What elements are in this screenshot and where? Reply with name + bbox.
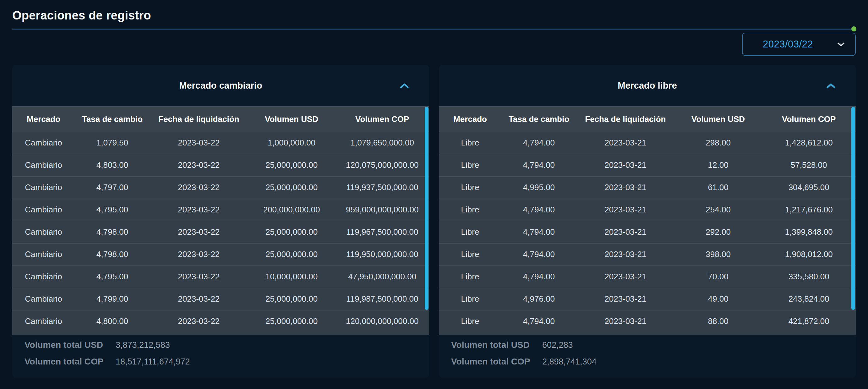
total-usd-label: Volumen total USD bbox=[451, 340, 542, 350]
table-cell: 70.00 bbox=[675, 266, 762, 288]
market-table: Mercado Tasa de cambio Fecha de liquidac… bbox=[439, 106, 856, 332]
table-cell: 200,000,000.00 bbox=[248, 199, 336, 221]
table-cell: 4,794.00 bbox=[501, 221, 577, 243]
table-cell: 120,000,000,000.00 bbox=[335, 310, 429, 332]
table-cell: 2023-03-21 bbox=[577, 310, 675, 332]
table-cell: Cambiario bbox=[12, 154, 75, 176]
table-cell: 2023-03-22 bbox=[150, 132, 248, 154]
table-cell: 254.00 bbox=[675, 199, 762, 221]
card-footer: Volumen total USD 602,283 Volumen total … bbox=[439, 335, 856, 378]
table-cell: 2023-03-21 bbox=[577, 199, 675, 221]
table-header-row: Mercado Tasa de cambio Fecha de liquidac… bbox=[439, 107, 856, 132]
table-cell: 2023-03-22 bbox=[150, 199, 248, 221]
table-row: Cambiario4,799.002023-03-2225,000,000.00… bbox=[12, 288, 429, 310]
col-vol-usd: Volumen USD bbox=[675, 107, 762, 132]
table-row: Libre4,995.002023-03-2161.00304,695.00 bbox=[439, 176, 856, 199]
total-usd-label: Volumen total USD bbox=[25, 340, 116, 350]
table-cell: 10,000,000.00 bbox=[248, 266, 336, 288]
table-cell: 4,799.00 bbox=[75, 288, 150, 310]
table-cell: 2023-03-22 bbox=[150, 310, 248, 332]
table-wrap: Mercado Tasa de cambio Fecha de liquidac… bbox=[439, 106, 856, 335]
table-cell: 2023-03-22 bbox=[150, 176, 248, 199]
page-header: Operaciones de registro bbox=[0, 0, 868, 30]
total-cop-label: Volumen total COP bbox=[451, 357, 542, 367]
table-row: Cambiario4,798.002023-03-2225,000,000.00… bbox=[12, 221, 429, 243]
col-tasa: Tasa de cambio bbox=[75, 107, 150, 132]
table-cell: 119,950,000,000.00 bbox=[335, 243, 429, 266]
table-cell: Libre bbox=[439, 199, 501, 221]
total-usd-value: 602,283 bbox=[542, 340, 573, 350]
col-fecha: Fecha de liquidación bbox=[577, 107, 675, 132]
table-cell: Libre bbox=[439, 243, 501, 266]
table-row: Cambiario4,795.002023-03-2210,000,000.00… bbox=[12, 266, 429, 288]
table-cell: 25,000,000.00 bbox=[248, 310, 336, 332]
table-cell: 4,995.00 bbox=[501, 176, 577, 199]
table-row: Libre4,976.002023-03-2149.00243,824.00 bbox=[439, 288, 856, 310]
table-cell: 1,908,012.00 bbox=[762, 243, 856, 266]
table-cell: Cambiario bbox=[12, 176, 75, 199]
table-cell: Cambiario bbox=[12, 132, 75, 154]
table-cell: 1,079.50 bbox=[75, 132, 150, 154]
table-cell: 1,217,676.00 bbox=[762, 199, 856, 221]
table-row: Cambiario4,800.002023-03-2225,000,000.00… bbox=[12, 310, 429, 332]
table-scrollbar[interactable] bbox=[851, 107, 855, 310]
table-row: Libre4,794.002023-03-21298.001,428,612.0… bbox=[439, 132, 856, 154]
card-title: Mercado libre bbox=[618, 81, 677, 91]
card-header: Mercado libre bbox=[439, 65, 856, 106]
table-cell: 1,399,848.00 bbox=[762, 221, 856, 243]
table-cell: 4,794.00 bbox=[501, 310, 577, 332]
total-cop-value: 18,517,111,674,972 bbox=[116, 357, 190, 367]
table-cell: 119,967,500,000.00 bbox=[335, 221, 429, 243]
col-vol-usd: Volumen USD bbox=[248, 107, 336, 132]
table-cell: 4,794.00 bbox=[501, 199, 577, 221]
table-cell: Cambiario bbox=[12, 310, 75, 332]
total-cop-value: 2,898,741,304 bbox=[542, 357, 596, 367]
table-row: Cambiario4,803.002023-03-2225,000,000.00… bbox=[12, 154, 429, 176]
table-cell: 1,079,650,000.00 bbox=[335, 132, 429, 154]
table-cell: 2023-03-21 bbox=[577, 221, 675, 243]
page-title: Operaciones de registro bbox=[12, 9, 856, 22]
table-cell: 243,824.00 bbox=[762, 288, 856, 310]
header-divider bbox=[12, 29, 856, 30]
table-cell: Cambiario bbox=[12, 221, 75, 243]
table-scrollbar[interactable] bbox=[425, 107, 429, 310]
table-cell: 4,798.00 bbox=[75, 221, 150, 243]
table-cell: 25,000,000.00 bbox=[248, 243, 336, 266]
date-select-value: 2023/03/22 bbox=[763, 39, 813, 50]
table-cell: 2023-03-22 bbox=[150, 266, 248, 288]
table-cell: Libre bbox=[439, 266, 501, 288]
date-select[interactable]: 2023/03/22 bbox=[742, 33, 856, 56]
table-row: Libre4,794.002023-03-21254.001,217,676.0… bbox=[439, 199, 856, 221]
card-footer: Volumen total USD 3,873,212,583 Volumen … bbox=[12, 335, 429, 378]
table-cell: Libre bbox=[439, 132, 501, 154]
table-cell: 4,800.00 bbox=[75, 310, 150, 332]
chevron-up-icon bbox=[826, 85, 836, 90]
collapse-button[interactable] bbox=[824, 81, 838, 90]
total-usd-line: Volumen total USD 602,283 bbox=[451, 340, 843, 357]
table-cell: Cambiario bbox=[12, 243, 75, 266]
table-row: Cambiario4,797.002023-03-2225,000,000.00… bbox=[12, 176, 429, 199]
total-usd-line: Volumen total USD 3,873,212,583 bbox=[25, 340, 417, 357]
table-cell: 25,000,000.00 bbox=[248, 154, 336, 176]
table-cell: Libre bbox=[439, 288, 501, 310]
card-title: Mercado cambiario bbox=[179, 81, 262, 91]
table-row: Cambiario1,079.502023-03-221,000,000.001… bbox=[12, 132, 429, 154]
table-cell: 61.00 bbox=[675, 176, 762, 199]
table-cell: 2023-03-22 bbox=[150, 154, 248, 176]
table-cell: 120,075,000,000.00 bbox=[335, 154, 429, 176]
table-cell: 4,794.00 bbox=[501, 132, 577, 154]
table-row: Libre4,794.002023-03-2112.0057,528.00 bbox=[439, 154, 856, 176]
table-cell: 4,803.00 bbox=[75, 154, 150, 176]
card-mercado-libre: Mercado libre Mercado Tasa de cambio Fec… bbox=[439, 65, 856, 378]
table-row: Libre4,794.002023-03-2170.00335,580.00 bbox=[439, 266, 856, 288]
operaciones-page: Operaciones de registro 2023/03/22 Merca… bbox=[0, 0, 868, 389]
table-cell: 4,794.00 bbox=[501, 154, 577, 176]
table-cell: 2023-03-22 bbox=[150, 243, 248, 266]
table-cell: 4,794.00 bbox=[501, 243, 577, 266]
table-cell: 398.00 bbox=[675, 243, 762, 266]
table-row: Cambiario4,798.002023-03-2225,000,000.00… bbox=[12, 243, 429, 266]
collapse-button[interactable] bbox=[398, 81, 411, 90]
table-cell: 1,428,612.00 bbox=[762, 132, 856, 154]
table-wrap: Mercado Tasa de cambio Fecha de liquidac… bbox=[12, 106, 429, 335]
table-cell: 88.00 bbox=[675, 310, 762, 332]
